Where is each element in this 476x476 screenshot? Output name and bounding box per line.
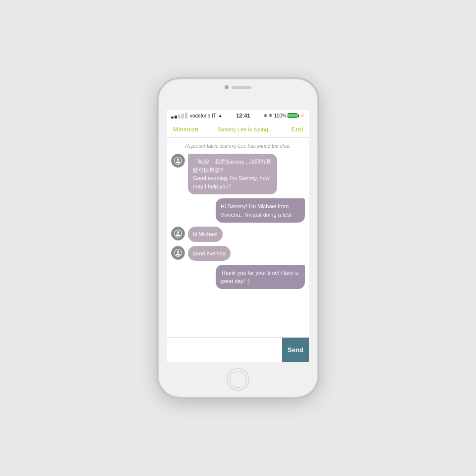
message-row: 「晚安，我是Sammy，請問有甚麼可以幫您? Good evening, I'm… <box>171 154 305 194</box>
signal-indicator <box>171 113 187 119</box>
svg-point-11 <box>179 251 180 252</box>
home-button[interactable] <box>227 368 249 391</box>
agent-message-bubble: hi Michael <box>188 227 223 242</box>
agent-message-text: 「晚安，我是Sammy，請問有甚麼可以幫您? Good evening, I'm… <box>193 159 271 189</box>
agent-avatar <box>171 154 185 168</box>
agent-message-text: hi Michael <box>193 231 218 237</box>
user-message-text: Thank you for your time! Have a great da… <box>221 270 298 284</box>
status-right: ⊕ ❄ 100% ⚡ <box>264 113 305 119</box>
send-button[interactable]: Send <box>282 338 309 362</box>
status-icons: ⊕ ❄ <box>264 113 273 118</box>
battery-icon <box>288 113 299 118</box>
user-message-text: Hi Sammy! I'm Michael from Vivocha.. I'm… <box>221 203 292 218</box>
svg-point-2 <box>177 159 178 160</box>
message-row: hi Michael <box>171 227 305 242</box>
earpiece-speaker <box>232 86 251 89</box>
message-input[interactable] <box>167 338 282 362</box>
message-row: Hi Sammy! I'm Michael from Vivocha.. I'm… <box>171 198 305 223</box>
status-bar: vodafone IT ▲ 12:41 ⊕ ❄ 100% ⚡ <box>167 110 309 121</box>
svg-point-6 <box>177 232 178 233</box>
svg-point-10 <box>177 251 178 252</box>
chat-header: Minimize Sammy Lee is typing... End <box>167 121 309 138</box>
chat-messages: Representative Sammy Lee has joined the … <box>167 138 309 337</box>
battery-percent: 100% <box>274 113 287 119</box>
message-row: Thank you for your time! Have a great da… <box>171 265 305 289</box>
agent-message-text: good evening <box>193 250 226 256</box>
phone-device: vodafone IT ▲ 12:41 ⊕ ❄ 100% ⚡ Minimize … <box>159 79 317 397</box>
end-button[interactable]: End <box>292 125 303 133</box>
agent-avatar <box>171 246 185 260</box>
user-message-bubble: Thank you for your time! Have a great da… <box>216 265 305 289</box>
message-row: good evening <box>171 246 305 261</box>
home-button-ring <box>230 371 246 388</box>
svg-point-7 <box>179 232 180 233</box>
front-camera <box>225 85 229 89</box>
status-time: 12:41 <box>236 113 250 119</box>
agent-message-bubble: 「晚安，我是Sammy，請問有甚麼可以幫您? Good evening, I'm… <box>188 154 277 194</box>
system-message: Representative Sammy Lee has joined the … <box>171 143 305 150</box>
minimize-button[interactable]: Minimize <box>173 125 198 133</box>
wifi-icon: ▲ <box>218 113 223 118</box>
user-message-bubble: Hi Sammy! I'm Michael from Vivocha.. I'm… <box>216 198 305 223</box>
agent-avatar <box>171 227 185 240</box>
status-left: vodafone IT ▲ <box>171 113 223 119</box>
typing-status: Sammy Lee is typing... <box>217 126 272 132</box>
chat-input-area: Send <box>167 337 309 362</box>
charging-icon: ⚡ <box>300 114 305 118</box>
svg-point-3 <box>179 159 180 160</box>
carrier-name: vodafone IT <box>190 113 216 119</box>
agent-message-bubble: good evening <box>188 246 231 261</box>
phone-screen: vodafone IT ▲ 12:41 ⊕ ❄ 100% ⚡ Minimize … <box>167 110 309 362</box>
phone-top-notch <box>225 85 251 89</box>
